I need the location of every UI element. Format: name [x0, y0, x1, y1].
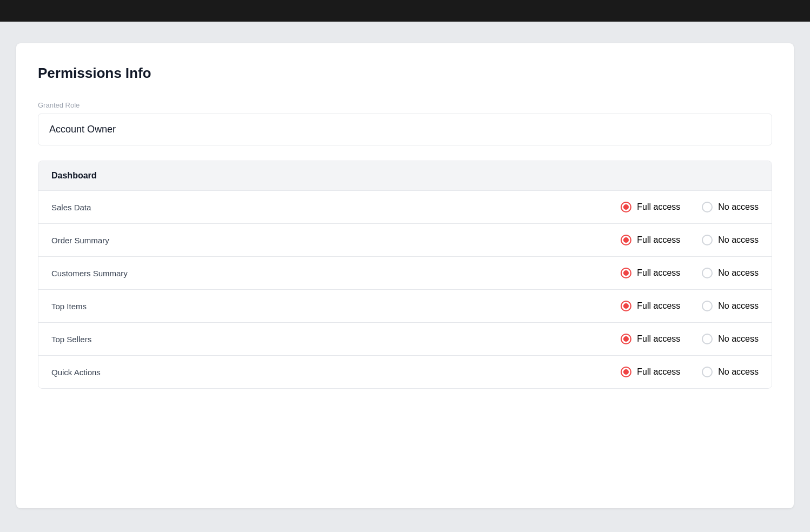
full-access-label: Full access — [637, 301, 680, 311]
radio-group-quick-actions: Full access No access — [621, 367, 759, 377]
granted-role-value: Account Owner — [38, 114, 772, 145]
no-access-label: No access — [718, 235, 759, 245]
full-access-option-sales-data[interactable]: Full access — [621, 202, 680, 212]
full-access-radio-sales-data[interactable] — [621, 202, 631, 212]
full-access-option-order-summary[interactable]: Full access — [621, 235, 680, 245]
permissions-card: Permissions Info Granted Role Account Ow… — [16, 43, 794, 508]
no-access-radio-sales-data[interactable] — [702, 202, 713, 212]
full-access-option-top-sellers[interactable]: Full access — [621, 334, 680, 344]
radio-group-order-summary: Full access No access — [621, 235, 759, 245]
table-row: Customers Summary Full access No access — [38, 257, 772, 290]
full-access-label: Full access — [637, 268, 680, 278]
no-access-radio-quick-actions[interactable] — [702, 367, 713, 377]
row-label-sales-data: Sales Data — [51, 203, 621, 212]
full-access-option-customers-summary[interactable]: Full access — [621, 268, 680, 278]
no-access-radio-customers-summary[interactable] — [702, 268, 713, 278]
table-row: Quick Actions Full access No access — [38, 356, 772, 388]
full-access-radio-order-summary[interactable] — [621, 235, 631, 245]
full-access-option-top-items[interactable]: Full access — [621, 301, 680, 311]
full-access-label: Full access — [637, 367, 680, 377]
row-label-top-sellers: Top Sellers — [51, 335, 621, 344]
full-access-radio-top-items[interactable] — [621, 301, 631, 311]
radio-group-sales-data: Full access No access — [621, 202, 759, 212]
radio-group-top-sellers: Full access No access — [621, 334, 759, 344]
no-access-label: No access — [718, 367, 759, 377]
no-access-option-order-summary[interactable]: No access — [702, 235, 759, 245]
full-access-label: Full access — [637, 202, 680, 212]
no-access-radio-top-items[interactable] — [702, 301, 713, 311]
radio-group-top-items: Full access No access — [621, 301, 759, 311]
table-row: Sales Data Full access No access — [38, 191, 772, 224]
row-label-top-items: Top Items — [51, 302, 621, 311]
table-row: Order Summary Full access No access — [38, 224, 772, 257]
table-row: Top Items Full access No access — [38, 290, 772, 323]
full-access-label: Full access — [637, 235, 680, 245]
no-access-option-top-items[interactable]: No access — [702, 301, 759, 311]
row-label-quick-actions: Quick Actions — [51, 368, 621, 377]
no-access-label: No access — [718, 334, 759, 344]
page-title: Permissions Info — [38, 65, 772, 82]
radio-group-customers-summary: Full access No access — [621, 268, 759, 278]
permissions-table: Dashboard Sales Data Full access No acce… — [38, 161, 772, 389]
row-label-order-summary: Order Summary — [51, 236, 621, 245]
no-access-radio-top-sellers[interactable] — [702, 334, 713, 344]
top-bar — [0, 0, 810, 22]
no-access-option-sales-data[interactable]: No access — [702, 202, 759, 212]
table-row: Top Sellers Full access No access — [38, 323, 772, 356]
granted-role-label: Granted Role — [38, 101, 772, 109]
page-wrapper: Permissions Info Granted Role Account Ow… — [0, 22, 810, 532]
full-access-radio-top-sellers[interactable] — [621, 334, 631, 344]
no-access-label: No access — [718, 301, 759, 311]
row-label-customers-summary: Customers Summary — [51, 269, 621, 278]
no-access-option-quick-actions[interactable]: No access — [702, 367, 759, 377]
no-access-option-top-sellers[interactable]: No access — [702, 334, 759, 344]
full-access-label: Full access — [637, 334, 680, 344]
no-access-label: No access — [718, 202, 759, 212]
full-access-radio-quick-actions[interactable] — [621, 367, 631, 377]
no-access-label: No access — [718, 268, 759, 278]
full-access-radio-customers-summary[interactable] — [621, 268, 631, 278]
dashboard-section-header: Dashboard — [38, 161, 772, 191]
full-access-option-quick-actions[interactable]: Full access — [621, 367, 680, 377]
no-access-option-customers-summary[interactable]: No access — [702, 268, 759, 278]
no-access-radio-order-summary[interactable] — [702, 235, 713, 245]
